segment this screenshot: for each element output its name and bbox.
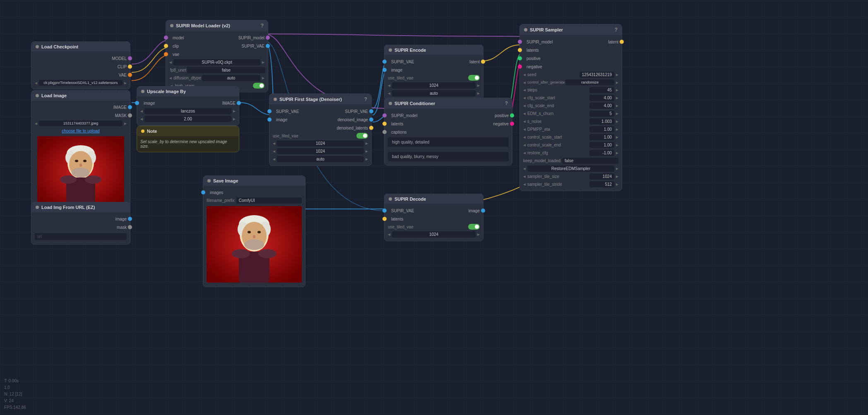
decode-tiled-toggle[interactable] xyxy=(468,224,480,230)
checkpoint-next-btn[interactable]: ► xyxy=(123,81,127,85)
encode-tiled-toggle[interactable] xyxy=(468,75,480,81)
note-node: Note Set scale_by to determine new upsca… xyxy=(137,126,239,152)
decode-vae-input: SUPIR_VAE image xyxy=(385,206,483,215)
sampler-type-row[interactable]: ◄ RestoreEDMSampler ► xyxy=(520,165,622,173)
scale-by-next[interactable]: ► xyxy=(232,117,236,121)
encode-dtype[interactable]: ◄ auto ► xyxy=(385,89,483,97)
seed-value[interactable]: 1254312631219 xyxy=(579,72,614,78)
control-after-value: randomize xyxy=(565,79,614,85)
sampler-tile-stride-value[interactable]: 512 xyxy=(589,181,614,187)
note-content[interactable]: Set scale_by to determine new upscaled i… xyxy=(137,136,239,152)
encode-image-input: image xyxy=(385,66,483,74)
image-file-row[interactable]: ◄ 1531174403377.jpeg ► xyxy=(31,120,130,127)
supir-conditioner-help[interactable]: ? xyxy=(505,101,508,106)
decode-latents-input: latents xyxy=(385,215,483,223)
supir-model-loader-help[interactable]: ? xyxy=(261,23,264,29)
supir-first-stage-header: SUPIR First Stage (Denoiser) ? xyxy=(269,94,371,105)
negative-text[interactable]: bad quality, blurry, messy xyxy=(388,152,509,161)
dpmpp-eta-value[interactable]: 1.00 xyxy=(589,126,614,132)
fp8-unet-value: false xyxy=(187,67,265,73)
first-stage-encoder-dtype[interactable]: ◄ auto ► xyxy=(269,155,371,163)
restore-cfg-value[interactable]: -1.00 xyxy=(589,150,614,156)
model-input-port: model SUPIR_model xyxy=(166,34,268,42)
svg-point-23 xyxy=(253,235,255,238)
first-stage-decoder-tile[interactable]: ◄ 1024 ► xyxy=(269,147,371,155)
scale-by-row[interactable]: ◄ 2.00 ► xyxy=(137,115,239,123)
decode-tile-size[interactable]: ◄ 1024 ► xyxy=(385,230,483,238)
load-image-node: Load Image IMAGE MASK ◄ 1531174403377.jp… xyxy=(31,90,130,213)
svg-point-13 xyxy=(85,175,101,184)
supir-decode-header: SUPIR Decode xyxy=(385,194,483,204)
fp8-unet-row[interactable]: fp8_unet false xyxy=(166,66,268,74)
supir-model-value: SUPIR-v0Q.ckpt xyxy=(173,59,260,65)
filename-prefix-value[interactable]: ComfyUI xyxy=(236,197,302,204)
restore-cfg-row: ◄ restore_cfg -1.00 ► xyxy=(520,149,622,157)
url-input-field[interactable]: url xyxy=(35,233,127,240)
note-text: Set scale_by to determine new upscaled i… xyxy=(140,139,227,149)
control-after-row[interactable]: ◄ control_after_generate randomize ► xyxy=(520,79,622,86)
load-img-url-title: Load Img From URL (EZ) xyxy=(41,205,95,210)
clip-output-port: CLIP xyxy=(31,62,130,71)
supir-sampler-node: SUPIR Sampler ? SUPIR_model latent laten… xyxy=(519,24,622,191)
ctrl-scale-start-row: ◄ control_scale_start 1.00 ► xyxy=(520,133,622,141)
first-stage-tiled-vae[interactable]: use_tiled_vae xyxy=(269,132,371,139)
supir-first-stage-node: SUPIR First Stage (Denoiser) ? SUPIR_VAE… xyxy=(269,94,372,166)
upscale-method-prev[interactable]: ◄ xyxy=(139,109,144,113)
seed-row: ◄ seed 1254312631219 ► xyxy=(520,71,622,79)
ctrl-scale-start-value[interactable]: 1.00 xyxy=(589,134,614,140)
ctrl-scale-end-row: ◄ control_scale_end 1.00 ► xyxy=(520,141,622,149)
edm-churn-value[interactable]: 5 xyxy=(589,110,614,117)
diffusion-next[interactable]: ► xyxy=(261,76,265,80)
scale-by-prev[interactable]: ◄ xyxy=(139,117,144,121)
supir-first-stage-help[interactable]: ? xyxy=(364,96,367,102)
checkpoint-file-row[interactable]: ◄ ck:pbgpnrTimelessxISDXL1_v12.safetenso… xyxy=(31,79,130,86)
stat-FPS: FPS:142.86 xyxy=(4,404,26,411)
positive-text[interactable]: high quality, detailed xyxy=(388,137,509,147)
ctrl-scale-end-value[interactable]: 1.00 xyxy=(589,142,614,148)
url-image-output: image xyxy=(31,215,130,223)
sampler-supir-model-input: SUPIR_model latent xyxy=(520,38,622,46)
svg-point-10 xyxy=(72,168,90,178)
upscale-method-next[interactable]: ► xyxy=(232,109,236,113)
svg-point-8 xyxy=(83,160,87,162)
svg-point-12 xyxy=(60,175,77,184)
upload-label[interactable]: choose file to upload xyxy=(62,129,100,133)
diffusion-prev[interactable]: ◄ xyxy=(168,76,173,80)
cfg-start-row: ◄ cfg_scale_start 4.00 ► xyxy=(520,94,622,102)
encode-tile-size[interactable]: ◄ 1024 ► xyxy=(385,82,483,89)
supir-model-prev[interactable]: ◄ xyxy=(168,60,173,65)
supir-model-next[interactable]: ► xyxy=(261,60,265,65)
load-image-preview xyxy=(37,136,124,209)
svg-point-26 xyxy=(232,249,250,258)
checkpoint-prev-btn[interactable]: ◄ xyxy=(34,81,38,85)
model-output-port: MODEL xyxy=(31,54,130,62)
supir-model-row[interactable]: ◄ SUPIR-v0Q.ckpt ► xyxy=(166,58,268,66)
first-stage-tiled-toggle[interactable] xyxy=(356,133,368,139)
supir-model-loader-header: SUPIR Model Loader (v2) ? xyxy=(166,20,268,31)
diffusion-dtype-row[interactable]: ◄ diffusion_dtype auto ► xyxy=(166,74,268,82)
cond-supir-model-input: SUPIR_model positive xyxy=(385,111,512,120)
clip-input-port: clip SUPIR_VAE xyxy=(166,42,268,50)
supir-sampler-help[interactable]: ? xyxy=(615,27,618,33)
cfg-start-value[interactable]: 4.00 xyxy=(589,95,614,101)
cfg-end-value[interactable]: 4.00 xyxy=(589,103,614,109)
image-prev-btn[interactable]: ◄ xyxy=(34,121,38,126)
save-image-header: Save Image xyxy=(203,176,305,186)
sampler-tile-size-value[interactable]: 1024 xyxy=(589,173,614,180)
first-stage-encoder-tile[interactable]: ◄ 1024 ► xyxy=(269,139,371,147)
image-next-btn[interactable]: ► xyxy=(123,121,127,126)
performance-stats: T: 0.00s 1.0 N: 12 [12] V: 24 FPS:142.86 xyxy=(4,378,26,411)
s-noise-value[interactable]: 1.003 xyxy=(589,118,614,125)
load-checkpoint-title: Load Checkpoint xyxy=(41,44,78,49)
upscale-image-header: Upscale Image By xyxy=(137,86,239,96)
encode-tiled-vae[interactable]: use_tiled_vae xyxy=(385,74,483,82)
decode-tiled-vae[interactable]: use_tiled_vae xyxy=(385,223,483,230)
first-stage-vae-input: SUPIR_VAE SUPIR_VAE xyxy=(269,107,371,115)
upscale-method-row[interactable]: ◄ lanczos ► xyxy=(137,107,239,115)
save-image-node: Save Image images filename_prefix ComfyU… xyxy=(203,175,305,287)
sampler-negative-input: negative xyxy=(520,62,622,71)
steps-value[interactable]: 45 xyxy=(589,87,614,93)
supir-sampler-header: SUPIR Sampler ? xyxy=(520,24,622,35)
supir-encode-header: SUPIR Encode xyxy=(385,45,483,55)
high-vram-toggle[interactable] xyxy=(253,83,264,89)
